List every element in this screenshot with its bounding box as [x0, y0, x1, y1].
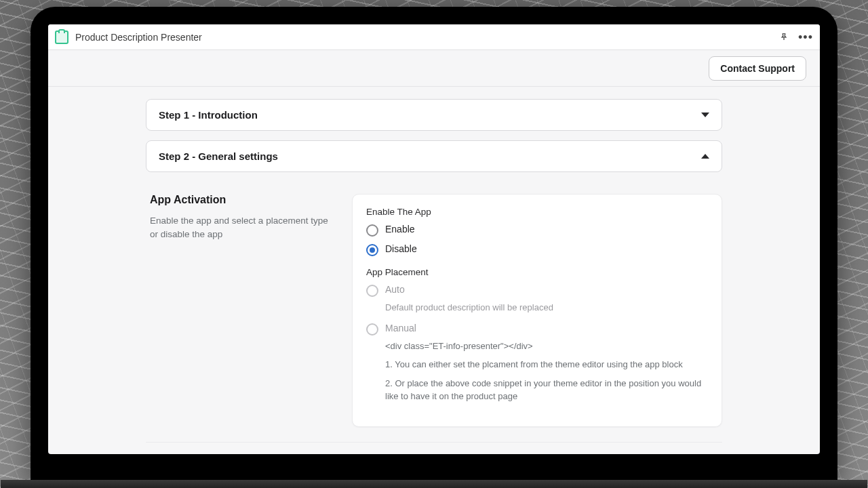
section-heading-level: Heading Level Choose a heading level to …: [146, 443, 722, 455]
radio-icon: [366, 224, 378, 237]
placement-label: App Placement: [366, 267, 708, 277]
radio-manual-label: Manual: [385, 323, 416, 333]
app-title: Product Description Presenter: [75, 32, 202, 43]
radio-auto[interactable]: Auto: [366, 284, 708, 297]
topbar: Product Description Presenter •••: [48, 24, 820, 50]
pin-icon[interactable]: [776, 30, 791, 45]
radio-icon: [366, 285, 378, 297]
laptop-frame: Product Description Presenter ••• Contac…: [31, 7, 837, 481]
radio-enable-label: Enable: [385, 224, 415, 235]
radio-enable[interactable]: Enable: [366, 224, 708, 237]
step-1-accordion[interactable]: Step 1 - Introduction: [146, 99, 722, 131]
radio-icon: [366, 244, 378, 256]
manual-hint-2: 2. Or place the above code snippet in yo…: [385, 377, 708, 403]
app-logo-icon: [55, 30, 68, 44]
radio-manual[interactable]: Manual: [366, 323, 708, 336]
step-1-title: Step 1 - Introduction: [159, 109, 258, 121]
step-2-panel: App Activation Enable the app and select…: [146, 182, 722, 454]
radio-disable-label: Disable: [385, 243, 417, 254]
step-2-accordion[interactable]: Step 2 - General settings: [146, 140, 722, 172]
app-screen: Product Description Presenter ••• Contac…: [48, 24, 820, 454]
enable-app-label: Enable The App: [366, 207, 708, 217]
manual-hint-1: 1. You can either set the plcament from …: [385, 358, 708, 371]
section-app-activation: App Activation Enable the app and select…: [146, 182, 722, 443]
more-icon[interactable]: •••: [798, 30, 813, 45]
contact-support-button[interactable]: Contact Support: [709, 56, 806, 81]
actionbar: Contact Support: [48, 50, 820, 87]
radio-auto-label: Auto: [385, 284, 405, 295]
radio-icon: [366, 323, 378, 336]
activation-title: App Activation: [150, 194, 336, 206]
laptop-base: [1, 480, 867, 488]
chevron-down-icon: [701, 113, 709, 117]
activation-card: Enable The App Enable Disable App Placem…: [352, 194, 722, 427]
chevron-up-icon: [701, 154, 709, 159]
activation-desc: Enable the app and select a placement ty…: [150, 214, 336, 242]
manual-code: <div class="ET-info-presenter"></div>: [385, 340, 708, 353]
radio-disable[interactable]: Disable: [366, 243, 708, 256]
auto-hint: Default product description will be repl…: [385, 301, 708, 314]
main-content: Step 1 - Introduction Step 2 - General s…: [48, 87, 820, 454]
step-2-title: Step 2 - General settings: [159, 150, 278, 162]
